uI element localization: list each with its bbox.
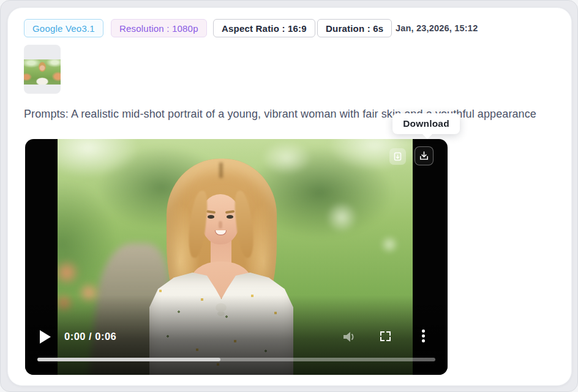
- woman-brow-left: [206, 210, 216, 213]
- woman-brow-right: [225, 210, 235, 213]
- fs-corner-tr: [386, 331, 391, 336]
- prompt-text: Prompts: A realistic mid-shot portrait o…: [24, 108, 578, 121]
- source-thumbnail[interactable]: [24, 45, 61, 94]
- video-player: 0:00 / 0:06: [25, 139, 448, 375]
- woman-smile: [215, 230, 227, 235]
- progress-bar[interactable]: [37, 358, 435, 361]
- woman-eye-left: [208, 215, 214, 219]
- woman-eye-right: [227, 215, 233, 219]
- kebab-menu-icon[interactable]: [422, 330, 425, 344]
- badge-duration: Duration : 6s: [317, 19, 392, 37]
- fs-corner-br: [386, 337, 391, 341]
- pip-icon: [393, 152, 402, 161]
- fullscreen-icon[interactable]: [380, 331, 391, 341]
- kebab-dot: [422, 334, 425, 337]
- volume-icon[interactable]: [342, 330, 358, 344]
- kebab-dot: [422, 330, 425, 333]
- download-tooltip-label: Download: [403, 118, 449, 129]
- kebab-dot: [422, 339, 425, 342]
- time-display: 0:00 / 0:06: [64, 331, 116, 342]
- tooltip-arrow: [422, 134, 433, 139]
- app-root: { "page": { "background": "#e9eaee", "ca…: [0, 0, 578, 392]
- fs-corner-tl: [380, 331, 385, 336]
- download-tooltip: Download: [392, 113, 460, 134]
- badge-aspect-ratio: Aspect Ratio : 16:9: [213, 19, 315, 37]
- fs-corner-bl: [380, 337, 385, 341]
- badge-resolution: Resolution : 1080p: [111, 19, 207, 37]
- generation-card: Google Veo3.1 Resolution : 1080p Aspect …: [7, 7, 572, 386]
- download-icon: [419, 151, 429, 161]
- badge-model: Google Veo3.1: [24, 19, 103, 37]
- progress-played: [37, 358, 220, 361]
- pip-button[interactable]: [389, 148, 406, 165]
- source-thumbnail-image: [24, 59, 61, 85]
- woman-nose: [219, 221, 222, 228]
- timestamp: Jan, 23,2026, 15:12: [396, 19, 478, 37]
- woman-hair-part: [219, 162, 223, 178]
- download-button[interactable]: [415, 146, 434, 165]
